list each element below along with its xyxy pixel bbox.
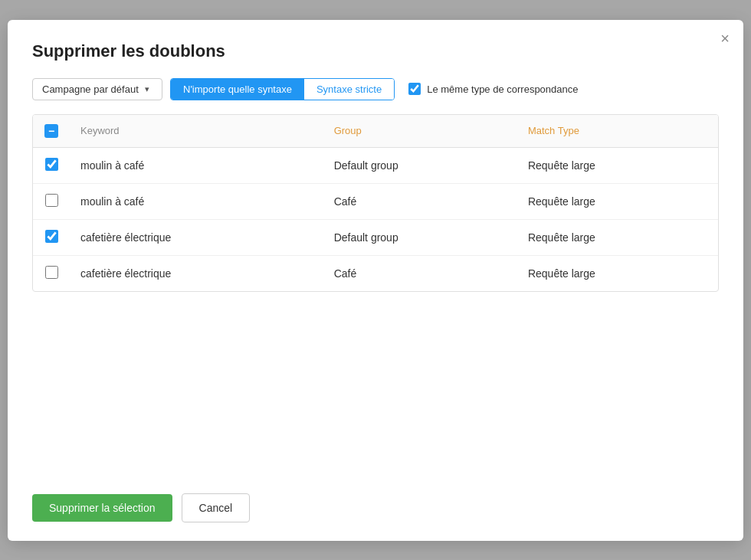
any-syntax-button[interactable]: N'importe quelle syntaxe (171, 79, 304, 100)
delete-selection-button[interactable]: Supprimer la sélection (32, 494, 172, 522)
modal-footer: Supprimer la sélection Cancel (32, 475, 719, 522)
modal-overlay: × Supprimer les doublons Campagne par dé… (0, 0, 751, 560)
row-checkbox[interactable] (45, 158, 58, 171)
row-checkbox-cell[interactable] (33, 147, 70, 183)
match-type-cell: Requête large (517, 219, 718, 255)
chevron-down-icon: ▾ (145, 84, 149, 94)
table-header-row: − Keyword Group Match Type (33, 115, 718, 148)
keyword-cell: cafetière électrique (70, 219, 323, 255)
match-type-column-header: Match Type (517, 115, 718, 148)
same-type-checkbox-label[interactable]: Le même type de correspondance (408, 83, 578, 95)
close-button[interactable]: × (720, 31, 730, 46)
table-body: moulin à caféDefault groupRequête largem… (33, 147, 718, 291)
table-row: moulin à caféCaféRequête large (33, 183, 718, 219)
same-type-label-text: Le même type de correspondance (427, 84, 578, 95)
duplicates-table: − Keyword Group Match Type moulin à café… (33, 115, 718, 291)
syntax-toggle-group: N'importe quelle syntaxe Syntaxe stricte (170, 78, 395, 100)
modal-dialog: × Supprimer les doublons Campagne par dé… (8, 20, 743, 541)
minus-icon: − (48, 126, 54, 136)
table-row: cafetière électriqueCaféRequête large (33, 255, 718, 291)
campaign-select[interactable]: Campagne par défaut ▾ (32, 78, 162, 100)
toolbar: Campagne par défaut ▾ N'importe quelle s… (32, 78, 719, 100)
select-all-header[interactable]: − (33, 115, 70, 148)
row-checkbox[interactable] (45, 230, 58, 243)
keyword-cell: cafetière électrique (70, 255, 323, 291)
table-row: cafetière électriqueDefault groupRequête… (33, 219, 718, 255)
keyword-cell: moulin à café (70, 147, 323, 183)
modal-title: Supprimer les doublons (32, 41, 719, 61)
group-cell: Café (323, 183, 517, 219)
keyword-cell: moulin à café (70, 183, 323, 219)
cancel-button[interactable]: Cancel (182, 493, 251, 522)
keyword-column-header: Keyword (70, 115, 323, 148)
table-row: moulin à caféDefault groupRequête large (33, 147, 718, 183)
match-type-cell: Requête large (517, 147, 718, 183)
campaign-label: Campagne par défaut (42, 84, 139, 95)
deselect-all-button[interactable]: − (44, 124, 58, 138)
row-checkbox-cell[interactable] (33, 255, 70, 291)
match-type-cell: Requête large (517, 255, 718, 291)
group-column-header: Group (323, 115, 517, 148)
group-cell: Café (323, 255, 517, 291)
row-checkbox-cell[interactable] (33, 219, 70, 255)
same-type-checkbox[interactable] (408, 83, 421, 95)
row-checkbox[interactable] (45, 194, 58, 207)
group-cell: Default group (323, 147, 517, 183)
match-type-cell: Requête large (517, 183, 718, 219)
row-checkbox[interactable] (45, 266, 58, 279)
row-checkbox-cell[interactable] (33, 183, 70, 219)
group-cell: Default group (323, 219, 517, 255)
strict-syntax-button[interactable]: Syntaxe stricte (304, 79, 394, 100)
duplicates-table-wrap: − Keyword Group Match Type moulin à café… (32, 114, 719, 292)
